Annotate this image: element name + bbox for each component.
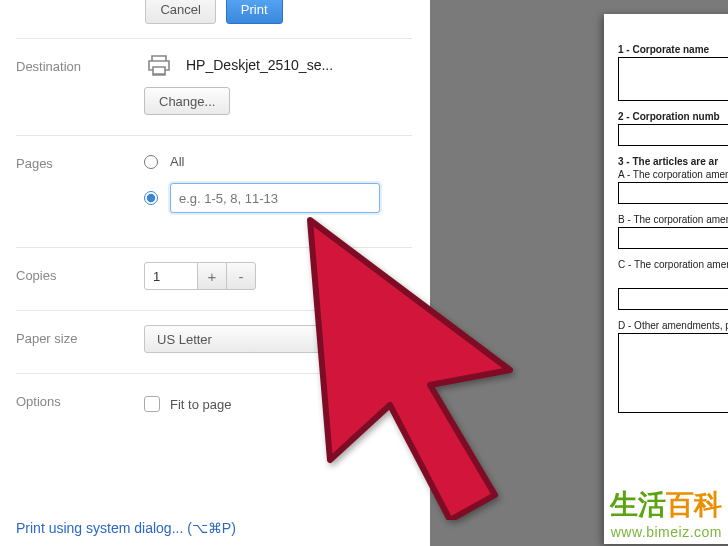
preview-field-3d-label: D - Other amendments, p: [618, 320, 728, 331]
preview-field-3c-box: [618, 288, 728, 310]
watermark: 生活百科 www.bimeiz.com: [610, 486, 722, 540]
preview-field-1-label: 1 - Corporate name: [618, 44, 728, 55]
copies-stepper: + -: [144, 262, 412, 290]
preview-page: 1 - Corporate name 2 - Corporation numb …: [604, 14, 728, 544]
system-dialog-link[interactable]: Print using system dialog... (⌥⌘P): [16, 520, 236, 536]
pages-label: Pages: [16, 150, 144, 171]
preview-field-3a-box: [618, 182, 728, 204]
preview-field-3b-label: B - The corporation amend: [618, 214, 728, 225]
copies-decrement-button[interactable]: -: [226, 262, 256, 290]
destination-row: Destination HP_Deskjet_2510_se... Change…: [16, 39, 412, 121]
copies-input[interactable]: [144, 262, 198, 290]
cancel-button[interactable]: Cancel: [145, 0, 215, 24]
preview-field-3a-label: A - The corporation amend: [618, 169, 728, 180]
printer-name: HP_Deskjet_2510_se...: [186, 57, 333, 73]
pages-range-input[interactable]: [170, 183, 380, 213]
watermark-cn1: 生活: [610, 489, 666, 520]
print-preview-pane: 1 - Corporate name 2 - Corporation numb …: [430, 0, 728, 546]
pages-range-radio[interactable]: [144, 191, 158, 205]
preview-field-3c-label: C - The corporation amend: [618, 259, 728, 270]
copies-row: Copies + -: [16, 248, 412, 296]
preview-field-3-label: 3 - The articles are ar: [618, 156, 728, 167]
print-button[interactable]: Print: [226, 0, 283, 24]
pages-all-label: All: [170, 154, 184, 169]
paper-size-select[interactable]: US Letter: [144, 325, 394, 353]
preview-field-1-box: [618, 57, 728, 101]
copies-label: Copies: [16, 262, 144, 283]
watermark-url: www.bimeiz.com: [610, 524, 722, 540]
printer-icon: [144, 53, 174, 77]
pages-all-radio[interactable]: [144, 155, 158, 169]
paper-size-row: Paper size US Letter: [16, 311, 412, 359]
dialog-buttons: Cancel Print: [16, 0, 412, 24]
preview-field-2-label: 2 - Corporation numb: [618, 111, 728, 122]
print-settings-panel: Cancel Print Destination HP_Deskjet_2510…: [0, 0, 430, 546]
preview-min-label: Minimum numb: [618, 274, 728, 284]
watermark-cn2: 百科: [666, 489, 722, 520]
copies-increment-button[interactable]: +: [197, 262, 227, 290]
paper-size-label: Paper size: [16, 325, 144, 346]
preview-field-3d-box: [618, 333, 728, 413]
destination-label: Destination: [16, 53, 144, 74]
preview-field-3b-box: [618, 227, 728, 249]
pages-row: Pages All: [16, 136, 412, 233]
fit-to-page-checkbox[interactable]: [144, 396, 160, 412]
printer-display: HP_Deskjet_2510_se...: [144, 53, 412, 77]
preview-field-2-box: [618, 124, 728, 146]
options-label: Options: [16, 388, 144, 409]
fit-to-page-label: Fit to page: [170, 397, 231, 412]
options-row: Options Fit to page: [16, 374, 412, 418]
change-destination-button[interactable]: Change...: [144, 87, 230, 115]
